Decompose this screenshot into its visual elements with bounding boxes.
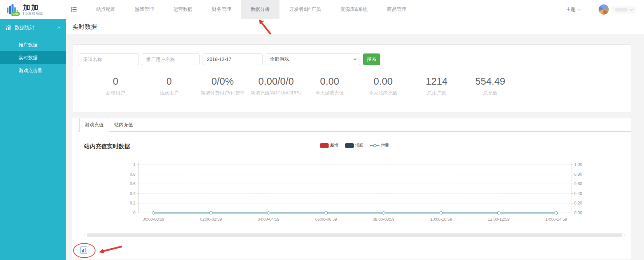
top-menu-item[interactable]: 站点配置: [86, 0, 125, 19]
top-menu: 站点配置游戏管理运营数据财务管理数据分析开发者&推广员资源库&系统商品管理: [86, 0, 416, 19]
user-menu[interactable]: [611, 6, 636, 14]
sidebar-item[interactable]: 游戏点击量: [0, 64, 66, 77]
stat-value: 0.00: [303, 76, 356, 87]
legend-swatch: [320, 143, 329, 148]
chevron-up-icon: [57, 26, 61, 30]
chart-legend: 新增活跃付费: [317, 143, 393, 148]
top-menu-item[interactable]: 资源库&系统: [331, 0, 377, 19]
app-subtitle: H5游戏系统: [23, 11, 43, 16]
user-chevron-down-icon: [630, 7, 633, 11]
legend-label: 活跃: [355, 143, 363, 148]
content-header: 实时数据: [66, 19, 644, 34]
svg-text:00:00-00:59: 00:00-00:59: [143, 217, 164, 222]
scroll-left-icon[interactable]: ‹: [82, 233, 86, 237]
stat-label: 总用户数: [410, 90, 463, 96]
svg-text:0.2: 0.2: [130, 201, 136, 205]
topbar: CMS 加加 H5游戏系统 站点配置游戏管理运营数据财务管理数据分析开发者&推广…: [0, 0, 644, 19]
stat-value: 0: [89, 76, 142, 87]
stat-value: 0.00/0/0: [249, 76, 303, 87]
logo: CMS 加加 H5游戏系统: [0, 0, 66, 19]
logo-icon: CMS: [5, 2, 20, 17]
game-select[interactable]: 全部游戏: [266, 53, 360, 65]
page-title: 实时数据: [72, 23, 97, 31]
sidebar-group-header[interactable]: 数据统计: [0, 19, 66, 36]
svg-text:06:00-06:59: 06:00-06:59: [315, 217, 337, 222]
stat-label: 新增用户: [89, 90, 142, 96]
top-menu-item[interactable]: 游戏管理: [125, 0, 164, 19]
sidebar-item[interactable]: 实时数据: [0, 51, 66, 64]
chart-title: 站内充值实时数据: [84, 143, 130, 150]
sidebar-toggle-icon[interactable]: [66, 0, 82, 19]
svg-text:14:00-14:59: 14:00-14:59: [545, 217, 567, 222]
stat-cell: 0新增用户: [89, 76, 142, 96]
stat-label: 新增付费用户/付费率: [196, 90, 249, 96]
sidebar-group-label: 数据统计: [15, 24, 55, 31]
stat-cell: 554.49总充值: [463, 76, 517, 96]
stat-value: 0/0%: [196, 76, 249, 87]
stat-label: 活跃用户: [142, 90, 196, 96]
stat-cell: 0.00今天游戏充值: [303, 76, 356, 96]
stat-cell: 0.00今天站内充值: [356, 76, 410, 96]
svg-text:0.20: 0.20: [574, 201, 582, 205]
svg-text:0.00: 0.00: [574, 211, 582, 215]
svg-text:0.80: 0.80: [574, 172, 582, 177]
promoter-input[interactable]: [142, 53, 200, 65]
top-menu-item[interactable]: 商品管理: [377, 0, 416, 19]
stat-cell: 1214总用户数: [410, 76, 463, 96]
stat-value: 0.00: [356, 76, 410, 87]
chart-card: 游戏充值站内充值 站内充值实时数据 新增活跃付费 11.000.80.800.6…: [72, 118, 631, 259]
stat-value: 0: [142, 76, 196, 87]
sidebar-item[interactable]: 推广数据: [0, 38, 66, 51]
top-menu-item[interactable]: 财务管理: [202, 0, 241, 19]
stat-label: 总充值: [463, 90, 517, 96]
chart-panel: 站内充值实时数据 新增活跃付费 11.000.80.800.60.600.40.…: [78, 131, 631, 243]
date-input[interactable]: [203, 53, 263, 65]
svg-text:0.40: 0.40: [574, 191, 582, 196]
tab[interactable]: 游戏充值: [79, 118, 109, 132]
svg-text:0.8: 0.8: [130, 172, 136, 177]
top-menu-item[interactable]: 开发者&推广员: [279, 0, 331, 19]
game-select-value: 全部游戏: [270, 56, 289, 62]
legend-item[interactable]: 付费: [370, 143, 389, 148]
scrollbar-track[interactable]: [87, 233, 622, 237]
scroll-right-icon[interactable]: ›: [623, 233, 627, 237]
stats-row: 0新增用户0活跃用户0/0%新增付费用户/付费率0.00/0/0新增充值/ARP…: [79, 76, 631, 96]
stat-label: 今天站内充值: [356, 90, 410, 96]
legend-item[interactable]: 新增: [320, 143, 338, 148]
search-form: 全部游戏 搜索: [79, 53, 631, 65]
main-content: 实时数据 全部游戏 搜索 0新增用户0活跃用户0/0%新增付费用户/付费率0.0…: [66, 19, 644, 260]
filter-card: 全部游戏 搜索 0新增用户0活跃用户0/0%新增付费用户/付费率0.00/0/0…: [72, 44, 631, 112]
svg-text:0.6: 0.6: [130, 181, 136, 186]
line-chart: 11.000.80.800.60.600.40.400.20.2000.0000…: [78, 159, 631, 228]
top-menu-item[interactable]: 数据分析: [241, 0, 279, 19]
tab[interactable]: 站内充值: [109, 118, 138, 132]
svg-text:02:00-02:59: 02:00-02:59: [200, 217, 222, 222]
username-blurred: [615, 8, 628, 12]
svg-text:10:00-10:59: 10:00-10:59: [430, 217, 452, 222]
stat-cell: 0.00/0/0新增充值/ARPU/ARPPU: [249, 76, 303, 96]
report-icon[interactable]: [80, 246, 88, 256]
theme-dropdown[interactable]: 主题: [566, 6, 580, 13]
top-menu-item[interactable]: 运营数据: [164, 0, 202, 19]
svg-text:0.60: 0.60: [574, 181, 582, 186]
stat-label: 新增充值/ARPU/ARPPU: [249, 90, 303, 96]
select-arrow-icon: [353, 59, 357, 62]
channel-input[interactable]: [79, 53, 139, 65]
scrollbar-thumb[interactable]: [87, 234, 622, 237]
legend-item[interactable]: 活跃: [345, 143, 363, 148]
legend-label: 新增: [330, 143, 338, 148]
chart-scrollbar[interactable]: ‹ ›: [82, 233, 627, 238]
svg-text:1: 1: [133, 162, 136, 167]
tabs: 游戏充值站内充值: [72, 118, 631, 132]
sidebar-menu: 推广数据实时数据游戏点击量: [0, 38, 66, 77]
stat-cell: 0活跃用户: [142, 76, 196, 96]
svg-text:0: 0: [133, 211, 136, 215]
search-button[interactable]: 搜索: [363, 53, 380, 65]
sidebar: 数据统计 推广数据实时数据游戏点击量: [0, 19, 66, 260]
stat-cell: 0/0%新增付费用户/付费率: [196, 76, 249, 96]
stats-icon: [6, 25, 12, 30]
app-title: 加加: [23, 3, 43, 11]
svg-text:04:00-04:59: 04:00-04:59: [258, 217, 279, 222]
avatar[interactable]: [599, 4, 609, 15]
svg-text:0.4: 0.4: [130, 191, 136, 196]
